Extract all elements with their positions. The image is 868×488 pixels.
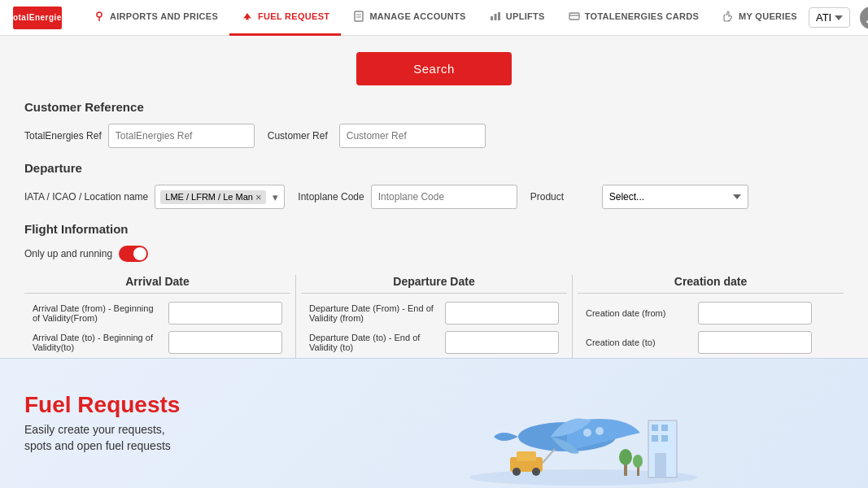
plane-icon	[241, 10, 254, 23]
svg-line-18	[543, 449, 555, 463]
customer-reference-title: Customer Reference	[24, 100, 844, 114]
date-columns: Arrival Date Arrival Date (from) - Begin…	[24, 275, 844, 360]
customer-reference-section: Customer Reference TotalEnergies Ref Cus…	[24, 100, 844, 148]
promo-title: Fuel Requests	[24, 393, 844, 418]
intoplane-group: Intoplane Code	[298, 185, 517, 209]
creation-date-from-row: Creation date (from)	[578, 302, 844, 325]
product-select[interactable]: Select... JET A-1 AVGAS	[602, 185, 748, 209]
svg-point-28	[633, 455, 643, 468]
ati-selector[interactable]: ATI	[809, 7, 850, 28]
svg-point-26	[619, 449, 632, 465]
svg-rect-22	[652, 435, 658, 442]
logo[interactable]: TotalEnergies	[13, 7, 62, 29]
nav-item-cards[interactable]: TOTALENERGIES CARDS	[556, 0, 710, 36]
intoplane-input[interactable]	[371, 185, 517, 209]
product-group: Product Select... JET A-1 AVGAS	[530, 185, 748, 209]
departure-date-col: Departure Date Departure Date (From) - E…	[301, 275, 567, 360]
location-dot-icon	[93, 10, 106, 23]
divider-2	[572, 275, 573, 360]
iata-group: IATA / ICAO / Location name LME / LFRM /…	[24, 185, 285, 209]
departure-date-to-row: Departure Date (to) - End of Validity (t…	[301, 331, 567, 354]
only-up-running-wrap: Only up and running	[24, 246, 844, 262]
departure-date-from-row: Departure Date (From) - End of Validity …	[301, 302, 567, 325]
departure-date-from-label: Departure Date (From) - End of Validity …	[309, 303, 438, 323]
svg-rect-20	[652, 425, 658, 431]
iata-tag-input[interactable]: LME / LFRM / Le Man × ▾	[155, 185, 285, 209]
iata-tag-text: LME / LFRM / Le Man	[165, 192, 253, 202]
totalenergies-ref-input[interactable]	[108, 124, 255, 148]
svg-rect-21	[661, 425, 668, 431]
arrival-date-from-label: Arrival Date (from) - Beginning of Valid…	[33, 303, 162, 323]
iata-dropdown-arrow[interactable]: ▾	[273, 191, 278, 203]
creation-date-to-label: Creation date (to)	[586, 338, 691, 347]
user-avatar[interactable]	[860, 7, 868, 29]
svg-rect-15	[517, 451, 536, 461]
departure-title: Departure	[24, 161, 844, 175]
departure-row: IATA / ICAO / Location name LME / LFRM /…	[24, 185, 844, 209]
arrival-date-to-input[interactable]	[168, 331, 282, 354]
nav-label-fuel: FUEL REQUEST	[258, 11, 329, 21]
nav-item-queries[interactable]: MY QUERIES	[710, 0, 809, 36]
departure-date-to-label: Departure Date (to) - End of Validity (t…	[309, 333, 438, 352]
arrival-date-col: Arrival Date Arrival Date (from) - Begin…	[24, 275, 290, 360]
iata-tag: LME / LFRM / Le Man ×	[160, 190, 266, 204]
nav-items: AIRPORTS AND PRICES FUEL REQUEST MANAGE …	[81, 0, 809, 36]
nav-item-fuel[interactable]: FUEL REQUEST	[229, 0, 341, 36]
only-up-running-label: Only up and running	[24, 248, 112, 259]
iata-label: IATA / ICAO / Location name	[24, 191, 148, 203]
nav-label-manage: MANAGE ACCOUNTS	[369, 11, 465, 21]
arrival-date-to-row: Arrival Date (to) - Beginning of Validit…	[24, 331, 290, 354]
customer-ref-label: Customer Ref	[268, 130, 333, 142]
creation-date-from-input[interactable]	[698, 302, 812, 325]
only-up-running-toggle[interactable]	[119, 246, 148, 262]
totalenergies-ref-label: TotalEnergies Ref	[24, 130, 102, 142]
intoplane-label: Intoplane Code	[298, 191, 364, 203]
logo-rect: TotalEnergies	[13, 7, 62, 29]
flight-information-section: Flight Information Only up and running	[24, 222, 844, 262]
departure-date-to-input[interactable]	[445, 331, 559, 354]
svg-point-17	[532, 468, 540, 476]
customer-ref-input[interactable]	[339, 124, 486, 148]
nav-item-manage[interactable]: MANAGE ACCOUNTS	[341, 0, 477, 36]
svg-rect-5	[494, 14, 496, 20]
svg-point-0	[97, 12, 102, 17]
arrival-date-from-input[interactable]	[168, 302, 282, 325]
nav-item-airports[interactable]: AIRPORTS AND PRICES	[81, 0, 229, 36]
file-icon	[352, 10, 365, 23]
svg-rect-24	[655, 453, 666, 477]
logo-text: TotalEnergies	[8, 13, 67, 22]
page-content: Search Customer Reference TotalEnergies …	[0, 36, 868, 488]
departure-date-from-input[interactable]	[445, 302, 559, 325]
search-button[interactable]: Search	[356, 52, 512, 85]
promo-illustration	[461, 372, 705, 488]
arrival-date-from-row: Arrival Date (from) - Beginning of Valid…	[24, 302, 290, 325]
product-label: Product	[530, 191, 595, 203]
svg-point-12	[583, 429, 591, 437]
creation-date-col: Creation date Creation date (from) Creat…	[578, 275, 844, 360]
nav-item-uplifts[interactable]: UPLIFTS	[478, 0, 556, 36]
toggle-knob	[133, 247, 146, 260]
search-btn-wrap: Search	[24, 52, 844, 85]
svg-rect-1	[355, 11, 363, 21]
customer-reference-row: TotalEnergies Ref Customer Ref	[24, 124, 844, 148]
creation-date-title: Creation date	[578, 275, 844, 294]
creation-date-from-label: Creation date (from)	[586, 308, 691, 318]
iata-tag-remove[interactable]: ×	[255, 192, 262, 203]
card-icon	[568, 10, 581, 23]
ati-label: ATI	[816, 11, 831, 24]
totalenergies-ref-group: TotalEnergies Ref	[24, 124, 255, 148]
promo-subtitle-2: spots and open fuel requests	[24, 438, 844, 455]
svg-rect-4	[491, 16, 493, 20]
navbar: TotalEnergies AIRPORTS AND PRICES FUEL R…	[0, 0, 868, 36]
customer-ref-group: Customer Ref	[268, 124, 486, 148]
creation-date-to-row: Creation date (to)	[578, 331, 844, 354]
divider-1	[295, 275, 296, 360]
creation-date-to-input[interactable]	[698, 331, 812, 354]
svg-point-16	[513, 468, 521, 476]
svg-rect-6	[498, 12, 500, 20]
nav-label-queries: MY QUERIES	[739, 11, 797, 21]
product-select-wrap: Select... JET A-1 AVGAS	[602, 185, 748, 209]
departure-date-title: Departure Date	[301, 275, 567, 294]
promo-text: Fuel Requests Easily create your request…	[24, 393, 844, 455]
departure-section: Departure IATA / ICAO / Location name LM…	[24, 161, 844, 209]
